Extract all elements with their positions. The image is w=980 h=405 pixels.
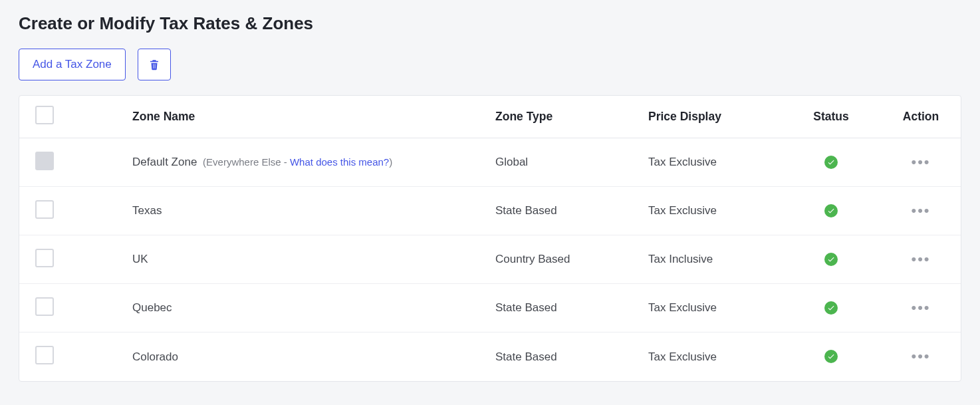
table-row: Default Zone (Everywhere Else - What doe…: [19, 138, 961, 187]
price-display: Tax Inclusive: [642, 253, 781, 266]
zone-name[interactable]: Colorado: [132, 350, 178, 363]
price-display: Tax Exclusive: [642, 350, 781, 364]
row-checkbox[interactable]: [35, 200, 54, 219]
table-header: Zone Name Zone Type Price Display Status…: [19, 96, 961, 138]
price-display: Tax Exclusive: [642, 204, 781, 217]
zone-type: State Based: [489, 301, 642, 315]
select-all-checkbox[interactable]: [35, 106, 54, 124]
price-display: Tax Exclusive: [642, 156, 781, 169]
zone-name-subtext: (Everywhere Else - What does this mean?): [203, 156, 392, 168]
col-zone-name: Zone Name: [126, 110, 489, 124]
row-action-menu[interactable]: •••: [911, 349, 930, 364]
status-check-icon: [824, 253, 838, 266]
col-zone-type: Zone Type: [489, 110, 642, 124]
row-action-menu[interactable]: •••: [911, 301, 930, 315]
zone-type: Country Based: [489, 253, 642, 266]
row-checkbox[interactable]: [35, 346, 54, 364]
row-checkbox[interactable]: [35, 297, 54, 316]
status-check-icon: [824, 350, 838, 363]
status-check-icon: [824, 301, 838, 315]
row-action-menu[interactable]: •••: [911, 252, 930, 267]
row-action-menu[interactable]: •••: [911, 203, 930, 218]
help-link[interactable]: What does this mean?: [290, 156, 389, 168]
zone-name[interactable]: Texas: [132, 204, 162, 217]
page-title: Create or Modify Tax Rates & Zones: [19, 13, 961, 34]
add-tax-zone-button[interactable]: Add a Tax Zone: [19, 49, 126, 80]
row-action-menu[interactable]: •••: [911, 155, 930, 170]
col-price-display: Price Display: [642, 110, 781, 124]
row-checkbox: [35, 152, 54, 170]
zone-name[interactable]: Default Zone: [132, 156, 197, 168]
table-body: Default Zone (Everywhere Else - What doe…: [19, 138, 961, 381]
table-row: UKCountry BasedTax Inclusive•••: [19, 235, 961, 284]
zone-type: State Based: [489, 350, 642, 364]
table-row: ColoradoState BasedTax Exclusive•••: [19, 333, 961, 381]
status-check-icon: [824, 156, 838, 169]
row-checkbox[interactable]: [35, 249, 54, 267]
zone-type: Global: [489, 156, 642, 169]
col-action: Action: [896, 110, 945, 124]
zone-name[interactable]: Quebec: [132, 301, 172, 314]
table-row: TexasState BasedTax Exclusive•••: [19, 187, 961, 235]
delete-button[interactable]: [138, 49, 171, 80]
zone-name[interactable]: UK: [132, 253, 148, 265]
table-row: QuebecState BasedTax Exclusive•••: [19, 284, 961, 333]
tax-zone-table: Zone Name Zone Type Price Display Status…: [19, 95, 961, 382]
toolbar: Add a Tax Zone: [19, 49, 961, 80]
col-status: Status: [806, 110, 855, 124]
status-check-icon: [824, 204, 838, 217]
price-display: Tax Exclusive: [642, 301, 781, 315]
trash-icon: [148, 58, 160, 71]
zone-type: State Based: [489, 204, 642, 217]
add-tax-zone-label: Add a Tax Zone: [33, 58, 112, 71]
